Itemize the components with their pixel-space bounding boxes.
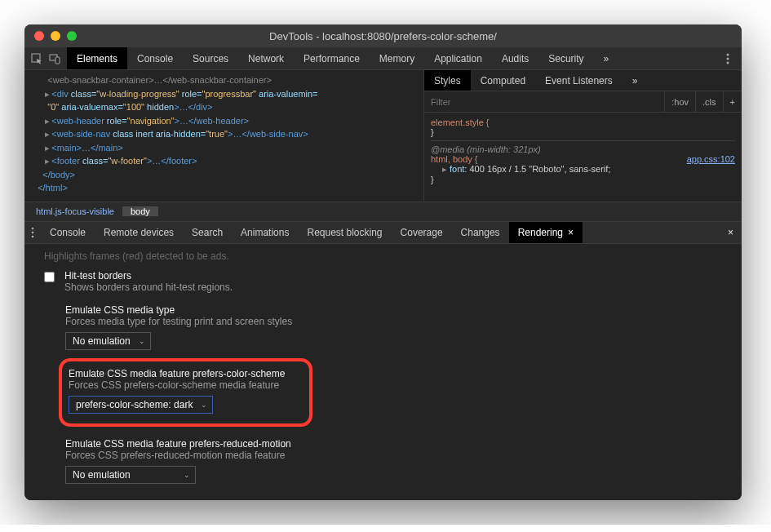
drawer-tab-animations[interactable]: Animations xyxy=(232,222,298,243)
reduced-motion-title: Emulate CSS media feature prefers-reduce… xyxy=(65,438,732,450)
drawer-tab-rendering[interactable]: Rendering× xyxy=(509,222,583,243)
drawer-tab-remote-devices[interactable]: Remote devices xyxy=(95,222,183,243)
crumb-body[interactable]: body xyxy=(122,206,158,216)
styles-tab-event-listeners[interactable]: Event Listeners xyxy=(535,70,623,91)
tab-network[interactable]: Network xyxy=(238,47,294,69)
rendering-panel: Highlights frames (red) detected to be a… xyxy=(24,244,742,500)
styles-filter-input[interactable] xyxy=(431,97,664,107)
media-type-title: Emulate CSS media type xyxy=(65,304,732,316)
traffic-lights xyxy=(24,31,77,41)
color-scheme-desc: Forces CSS prefers-color-scheme media fe… xyxy=(69,379,285,391)
window-close-button[interactable] xyxy=(34,31,44,41)
inspect-element-icon[interactable] xyxy=(31,53,42,64)
svg-point-6 xyxy=(32,227,34,229)
css-prop-name: font: xyxy=(450,164,467,174)
styles-tabs: Styles Computed Event Listeners » xyxy=(424,70,742,91)
cls-toggle[interactable]: .cls xyxy=(695,91,723,112)
svg-rect-2 xyxy=(55,57,60,64)
tab-memory[interactable]: Memory xyxy=(370,47,424,69)
source-link[interactable]: app.css:102 xyxy=(687,154,735,164)
svg-point-4 xyxy=(727,57,729,60)
tab-security[interactable]: Security xyxy=(538,47,593,69)
close-drawer-icon[interactable]: × xyxy=(720,222,742,243)
chevron-down-icon: ⌄ xyxy=(201,401,207,409)
svg-point-3 xyxy=(727,53,729,55)
close-tab-icon[interactable]: × xyxy=(568,227,574,238)
window-titlebar: DevTools - localhost:8080/prefers-color-… xyxy=(24,24,742,47)
main-tabs: Elements Console Sources Network Perform… xyxy=(24,47,742,70)
cutoff-label: Highlights frames (red) detected to be a… xyxy=(44,250,732,262)
hit-test-title: Hit-test borders xyxy=(64,270,233,282)
drawer-tabs: Console Remote devices Search Animations… xyxy=(24,221,742,244)
media-query-label: @media (min-width: 321px) xyxy=(431,144,735,154)
tab-audits[interactable]: Audits xyxy=(492,47,538,69)
annotation-highlight: Emulate CSS media feature prefers-color-… xyxy=(59,358,312,427)
element-style-selector: element.style { xyxy=(431,117,490,127)
tab-sources[interactable]: Sources xyxy=(183,47,238,69)
drawer-tab-changes[interactable]: Changes xyxy=(452,222,509,243)
dom-tree[interactable]: <web-snackbar-container>…</web-snackbar-… xyxy=(24,70,423,202)
drawer-more-icon[interactable] xyxy=(24,222,41,243)
hit-test-desc: Shows borders around hit-test regions. xyxy=(64,282,233,293)
rule-selector: html, body { xyxy=(431,154,477,164)
rule-close: } xyxy=(431,175,735,184)
drawer-tab-request-blocking[interactable]: Request blocking xyxy=(298,222,391,243)
reduced-motion-select[interactable]: No emulation ⌄ xyxy=(65,466,196,484)
crumb-html[interactable]: html.js-focus-visible xyxy=(28,206,122,216)
tab-application[interactable]: Application xyxy=(424,47,492,69)
chevron-down-icon: ⌄ xyxy=(139,337,145,345)
media-type-select[interactable]: No emulation ⌄ xyxy=(65,332,151,350)
styles-tab-computed[interactable]: Computed xyxy=(471,70,535,91)
styles-body[interactable]: element.style { } @media (min-width: 321… xyxy=(424,113,742,189)
styles-filter-row: :hov .cls + xyxy=(424,91,742,113)
svg-point-8 xyxy=(32,235,34,237)
dom-breadcrumbs: html.js-focus-visible body xyxy=(24,202,742,221)
rule-close: } xyxy=(431,127,735,137)
new-style-rule-button[interactable]: + xyxy=(723,91,742,112)
drawer-tab-console[interactable]: Console xyxy=(41,222,95,243)
media-type-value: No emulation xyxy=(73,335,131,347)
elements-styles-split: <web-snackbar-container>…</web-snackbar-… xyxy=(24,70,742,202)
drawer-tab-search[interactable]: Search xyxy=(183,222,232,243)
hov-toggle[interactable]: :hov xyxy=(664,91,695,112)
device-toggle-icon[interactable] xyxy=(49,53,60,64)
window-minimize-button[interactable] xyxy=(51,31,60,41)
chevron-down-icon: ⌄ xyxy=(184,471,190,479)
window-zoom-button[interactable] xyxy=(67,31,77,41)
tab-console[interactable]: Console xyxy=(127,47,183,69)
tab-performance[interactable]: Performance xyxy=(294,47,370,69)
styles-tab-overflow[interactable]: » xyxy=(623,70,648,91)
color-scheme-title: Emulate CSS media feature prefers-color-… xyxy=(69,368,285,379)
media-type-desc: Forces media type for testing print and … xyxy=(65,316,732,327)
reduced-motion-desc: Forces CSS prefers-reduced-motion media … xyxy=(65,450,732,461)
dom-line: <web-snackbar-container>…</web-snackbar-… xyxy=(33,75,272,85)
drawer-tab-coverage[interactable]: Coverage xyxy=(392,222,452,243)
hit-test-borders-checkbox[interactable] xyxy=(44,272,55,282)
styles-tab-styles[interactable]: Styles xyxy=(424,70,471,91)
svg-point-7 xyxy=(32,231,34,233)
devtools-window: DevTools - localhost:8080/prefers-color-… xyxy=(24,24,742,500)
window-title: DevTools - localhost:8080/prefers-color-… xyxy=(24,30,742,42)
reduced-motion-value: No emulation xyxy=(73,469,131,481)
tab-overflow[interactable]: » xyxy=(594,47,619,69)
tab-elements[interactable]: Elements xyxy=(67,47,127,69)
styles-panel: Styles Computed Event Listeners » :hov .… xyxy=(423,70,742,202)
css-prop-value: 400 16px / 1.5 "Roboto", sans-serif; xyxy=(469,164,610,174)
color-scheme-select[interactable]: prefers-color-scheme: dark ⌄ xyxy=(69,396,213,414)
svg-point-5 xyxy=(727,61,729,64)
color-scheme-value: prefers-color-scheme: dark xyxy=(76,399,193,410)
settings-more-icon[interactable] xyxy=(722,53,733,64)
